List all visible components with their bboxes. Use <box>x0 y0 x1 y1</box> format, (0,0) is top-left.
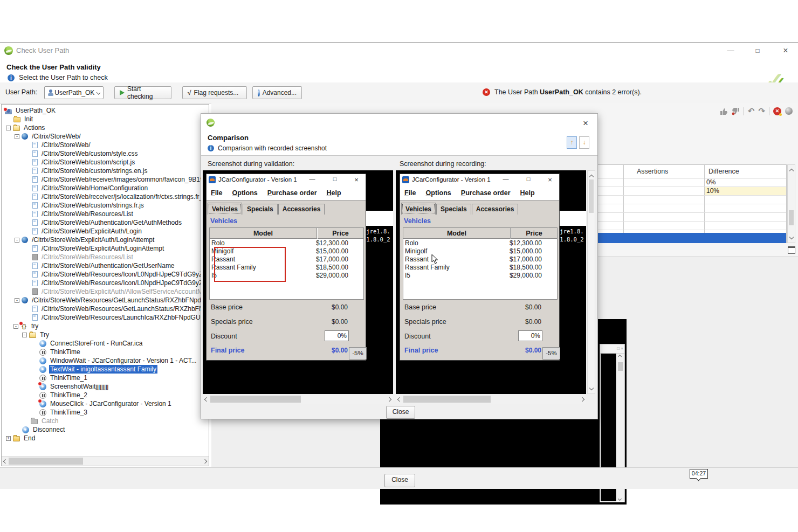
dialog-close-button[interactable]: Close <box>386 406 415 419</box>
thumbs-up-icon[interactable] <box>720 107 728 115</box>
results-vertical-scrollbar[interactable] <box>787 164 795 243</box>
flag-requests-button[interactable]: √ Flag requests... <box>182 86 247 99</box>
redo-icon[interactable]: ↷ <box>758 107 765 115</box>
tree-item[interactable]: -/Citrix/StoreWeb/ExplicitAuth/LoginAtte… <box>2 236 209 244</box>
export-recording-icon[interactable]: ↓ <box>579 136 589 149</box>
scroll-thumb[interactable] <box>618 362 623 371</box>
close-wizard-button[interactable]: Close <box>384 474 415 487</box>
tree-item[interactable]: ConnectStoreFront - RunCar.ica <box>2 339 209 348</box>
scroll-left-arrow[interactable] <box>2 457 9 466</box>
tree-item[interactable]: Catch <box>2 417 209 425</box>
tree-item[interactable]: -Actions <box>2 123 209 132</box>
tree-item[interactable]: Init <box>2 115 209 123</box>
scroll-thumb[interactable] <box>210 396 301 403</box>
tree-item[interactable]: WindowWait - JCarConfigurator - Version … <box>2 356 209 365</box>
tree-item[interactable]: /Citrix/StoreWeb/Resources/LaunchIca/RXZ… <box>2 313 209 322</box>
scroll-down-arrow[interactable] <box>788 232 795 241</box>
tree-item[interactable]: -Try <box>2 330 209 339</box>
maximize-button[interactable]: □ <box>748 44 767 57</box>
tree-item-label: try <box>30 322 39 330</box>
vehicle-row: Rolo$12,300.00 <box>403 239 557 247</box>
tree-item[interactable]: /Citrix/StoreWeb/custom/script.js <box>2 158 209 167</box>
tree-item[interactable]: ScreenshotWaitjjjjjjjjj <box>2 382 209 391</box>
collapse-icon[interactable]: - <box>15 298 19 303</box>
collapse-icon[interactable]: - <box>15 134 19 139</box>
scroll-thumb[interactable] <box>789 210 794 225</box>
tree-item-label: /Citrix/StoreWeb/ExplicitAuth/LoginAttem… <box>31 236 155 244</box>
tree-item[interactable]: +End <box>2 434 209 443</box>
undo-icon[interactable]: ↶ <box>748 107 755 115</box>
tree-horizontal-scrollbar[interactable] <box>2 456 209 466</box>
scroll-right-arrow[interactable] <box>386 395 393 404</box>
tree-item[interactable]: TextWait - inigoltassantassant Family <box>2 365 209 374</box>
scroll-right-arrow[interactable] <box>201 457 209 466</box>
advanced-button[interactable]: Advanced... <box>252 86 302 99</box>
dialog-vertical-scrollbar[interactable] <box>587 170 595 394</box>
scroll-thumb[interactable] <box>9 458 83 465</box>
scroll-left-arrow[interactable] <box>203 395 210 404</box>
tree-item[interactable]: /Citrix/StoreWeb/Resources/Icon/L0NpdHJp… <box>2 270 209 279</box>
tree-item[interactable]: /Citrix/StoreWeb/Authentication/GetUserN… <box>2 261 209 270</box>
tree-item[interactable]: /Citrix/StoreWeb/Resources/GetLaunchStat… <box>2 305 209 313</box>
tree-item[interactable]: -{}try <box>2 322 209 330</box>
scroll-left-arrow[interactable] <box>396 395 403 404</box>
validation-horizontal-scrollbar[interactable] <box>203 395 393 404</box>
tree-item[interactable]: UserPath_OK <box>2 106 209 115</box>
collapse-icon[interactable]: - <box>15 238 19 243</box>
scroll-down-arrow[interactable] <box>588 383 595 392</box>
scroll-right-arrow[interactable] <box>579 395 586 404</box>
tree-item[interactable]: ThinkTime_1 <box>2 374 209 382</box>
tree-item[interactable]: Disconnect <box>2 425 209 434</box>
tree-item[interactable]: /Citrix/StoreWeb/Home/Configuration <box>2 184 209 192</box>
tree-item[interactable]: /Citrix/StoreWeb/ <box>2 141 209 149</box>
expand-icon[interactable]: + <box>6 436 11 441</box>
scroll-thumb[interactable] <box>589 179 594 213</box>
scroll-up-arrow[interactable] <box>616 354 623 359</box>
tree-item-label: /Citrix/StoreWeb/custom/script.js <box>40 158 136 167</box>
thumbs-down-icon[interactable] <box>732 107 740 115</box>
tab-vehicles: Vehicles <box>401 203 436 215</box>
tree-item[interactable]: ThinkTime <box>2 348 209 356</box>
menu-file: File <box>404 189 416 197</box>
scroll-thumb[interactable] <box>403 396 491 403</box>
tree-item[interactable]: ThinkTime_3 <box>2 408 209 417</box>
collapse-icon[interactable]: - <box>6 126 11 130</box>
tree-item[interactable]: /Citrix/StoreWeb/Authentication/GetAuthM… <box>2 218 209 227</box>
collapse-icon[interactable]: - <box>13 324 18 329</box>
scroll-down-arrow[interactable] <box>616 496 623 501</box>
tree-item[interactable]: /Citrix/StoreWeb/custom/style.css <box>2 149 209 158</box>
error-filter-icon[interactable]: ✕ <box>773 107 781 115</box>
export-validation-icon[interactable]: ↑ <box>567 136 577 149</box>
scroll-up-arrow[interactable] <box>788 166 795 175</box>
tree-item[interactable]: /Citrix/StoreWeb/receiver/js/localizatio… <box>2 192 209 201</box>
tree-item[interactable]: /Citrix/StoreWeb/receiver/images/common/… <box>2 175 209 184</box>
tree-item[interactable]: ThinkTime_2 <box>2 391 209 399</box>
tree-item[interactable]: /Citrix/StoreWeb/ExplicitAuth/AllowSelfS… <box>2 287 209 296</box>
start-checking-button[interactable]: Start checking <box>114 86 171 99</box>
page-gray-icon <box>32 254 38 260</box>
user-path-select[interactable]: UserPath_OK <box>44 86 104 99</box>
restore-panel-icon[interactable] <box>788 246 795 254</box>
tree-item[interactable]: -/Citrix/StoreWeb/Resources/GetLaunchSta… <box>2 296 209 305</box>
tree-item[interactable]: /Citrix/StoreWeb/ExplicitAuth/LoginAttem… <box>2 244 209 253</box>
dialog-close-icon[interactable]: × <box>580 118 591 129</box>
tree-item[interactable]: -/Citrix/StoreWeb/ <box>2 132 209 141</box>
tree-item[interactable]: /Citrix/StoreWeb/Resources/List <box>2 210 209 218</box>
close-button[interactable]: × <box>776 44 795 57</box>
column-header-difference[interactable]: Difference <box>708 165 739 178</box>
difference-cell[interactable]: 10% <box>706 186 719 195</box>
tree-item[interactable]: /Citrix/StoreWeb/custom/strings.fr.js <box>2 201 209 210</box>
tree-item[interactable]: /Citrix/StoreWeb/custom/strings.en.js <box>2 167 209 175</box>
globe-filter-icon[interactable] <box>785 107 793 115</box>
tree-item[interactable]: MouseClick - JCarConfigurator - Version … <box>2 399 209 408</box>
recording-horizontal-scrollbar[interactable] <box>396 395 586 404</box>
column-header-assertions[interactable]: Assertions <box>637 165 668 178</box>
page-icon <box>32 245 38 252</box>
tree-item[interactable]: /Citrix/StoreWeb/Resources/Icon/L0NpdHJp… <box>2 279 209 287</box>
collapse-icon[interactable]: - <box>22 333 27 337</box>
tree-item-label: MouseClick - JCarConfigurator - Version … <box>49 399 173 408</box>
difference-cell[interactable]: 0% <box>706 178 716 186</box>
minimize-button[interactable]: — <box>721 44 740 57</box>
tree-item[interactable]: /Citrix/StoreWeb/Resources/List <box>2 253 209 261</box>
tree-item[interactable]: /Citrix/StoreWeb/ExplicitAuth/Login <box>2 227 209 236</box>
